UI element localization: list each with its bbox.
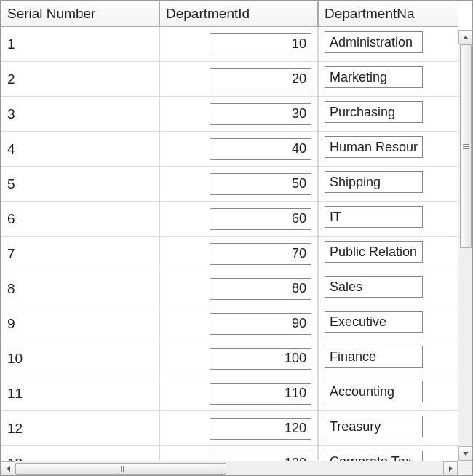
department-name-field[interactable]: IT: [325, 206, 423, 228]
cell-deptname: Human Resour: [318, 132, 458, 167]
horizontal-scroll-track[interactable]: [15, 461, 443, 475]
department-id-field[interactable]: [210, 348, 311, 370]
cell-deptname: Treasury: [318, 411, 458, 446]
cell-serial: 4: [1, 132, 159, 167]
serial-value: 5: [7, 176, 15, 191]
cell-deptname: Purchasing: [318, 97, 458, 132]
horizontal-scroll-thumb[interactable]: [15, 463, 226, 475]
cell-deptname: Marketing: [318, 62, 458, 97]
cell-deptid: [159, 341, 318, 376]
cell-deptname: Accounting: [318, 376, 458, 411]
table-row: 13Corporate Tax: [1, 446, 458, 461]
cell-deptname: Executive: [318, 306, 458, 341]
cell-deptid: [159, 411, 318, 446]
department-id-field[interactable]: [210, 243, 311, 265]
department-name-field[interactable]: Corporate Tax: [325, 451, 423, 461]
table-row: 8Sales: [1, 271, 458, 306]
scroll-down-button[interactable]: [458, 446, 472, 461]
cell-deptid: [159, 97, 318, 132]
department-name-field[interactable]: Human Resour: [325, 136, 423, 158]
department-id-field[interactable]: [210, 313, 311, 335]
cell-deptid: [159, 202, 318, 237]
cell-serial: 13: [1, 446, 159, 461]
department-name-field[interactable]: Shipping: [325, 171, 423, 193]
cell-serial: 10: [1, 341, 159, 376]
cell-deptname: Finance: [318, 341, 458, 376]
department-name-field[interactable]: Marketing: [325, 66, 423, 88]
department-name-field[interactable]: Sales: [325, 276, 423, 298]
grid-viewport: Serial Number DepartmentId DepartmentNa …: [1, 1, 458, 461]
serial-value: 3: [7, 106, 15, 122]
horizontal-scrollbar[interactable]: [1, 461, 458, 475]
serial-value: 7: [7, 246, 15, 261]
scroll-right-button[interactable]: [443, 461, 458, 475]
grip-icon: [463, 144, 469, 149]
chevron-down-icon: [463, 452, 469, 456]
department-id-field[interactable]: [210, 103, 311, 125]
table-row: 5Shipping: [1, 167, 458, 202]
cell-serial: 9: [1, 306, 159, 341]
department-name-field[interactable]: Executive: [325, 311, 423, 333]
table-row: 11Accounting: [1, 376, 458, 411]
department-name-field[interactable]: Public Relation: [325, 241, 423, 263]
cell-serial: 6: [1, 202, 159, 237]
department-id-field[interactable]: [210, 208, 311, 230]
serial-value: 12: [7, 421, 23, 436]
table-row: 10Finance: [1, 341, 458, 376]
serial-value: 8: [7, 281, 15, 296]
data-grid: Serial Number DepartmentId DepartmentNa …: [0, 0, 473, 476]
serial-value: 1: [7, 36, 15, 52]
grip-icon: [119, 466, 124, 472]
serial-value: 9: [7, 316, 15, 331]
department-name-field[interactable]: Purchasing: [325, 101, 423, 123]
scroll-up-button[interactable]: [458, 30, 472, 44]
vertical-scrollbar[interactable]: [458, 30, 472, 461]
cell-deptname: Public Relation: [318, 237, 458, 271]
cell-deptid: [159, 446, 318, 461]
header-row: Serial Number DepartmentId DepartmentNa: [1, 1, 458, 27]
department-id-field[interactable]: [210, 33, 311, 55]
vertical-scroll-thumb[interactable]: [460, 44, 472, 248]
department-id-field[interactable]: [210, 383, 311, 405]
column-header-serial[interactable]: Serial Number: [1, 1, 159, 27]
department-name-field[interactable]: Finance: [325, 346, 423, 368]
chevron-up-icon: [463, 36, 469, 39]
cell-serial: 7: [1, 237, 159, 271]
serial-value: 11: [7, 386, 23, 401]
cell-deptname: Sales: [318, 271, 458, 306]
cell-serial: 3: [1, 97, 159, 132]
cell-deptid: [159, 62, 318, 97]
cell-deptid: [159, 132, 318, 167]
department-name-field[interactable]: Accounting: [325, 381, 423, 402]
department-id-field[interactable]: [210, 138, 311, 160]
cell-serial: 11: [1, 376, 159, 411]
cell-deptid: [159, 271, 318, 306]
department-id-field[interactable]: [210, 278, 311, 300]
cell-serial: 1: [1, 27, 159, 62]
chevron-right-icon: [449, 466, 453, 472]
cell-serial: 8: [1, 271, 159, 306]
cell-deptname: Corporate Tax: [318, 446, 458, 461]
table-row: 12Treasury: [1, 411, 458, 446]
cell-deptid: [159, 27, 318, 62]
department-id-field[interactable]: [210, 68, 311, 90]
department-id-field[interactable]: [210, 418, 311, 440]
serial-value: 10: [7, 351, 23, 366]
department-name-field[interactable]: Treasury: [325, 416, 423, 437]
chevron-left-icon: [7, 466, 10, 472]
department-name-field[interactable]: Administration: [325, 31, 423, 53]
cell-serial: 5: [1, 167, 159, 202]
grid-table: Serial Number DepartmentId DepartmentNa …: [1, 1, 458, 461]
table-row: 1Administration: [1, 27, 458, 62]
scroll-left-button[interactable]: [1, 461, 15, 475]
table-row: 2Marketing: [1, 62, 458, 97]
department-id-field[interactable]: [210, 173, 311, 195]
cell-deptid: [159, 167, 318, 202]
cell-serial: 2: [1, 62, 159, 97]
column-header-deptname[interactable]: DepartmentNa: [318, 1, 458, 27]
scrollbar-corner: [458, 461, 472, 475]
vertical-scroll-track[interactable]: [458, 44, 472, 446]
department-id-field[interactable]: [210, 453, 311, 461]
column-header-deptid[interactable]: DepartmentId: [159, 1, 318, 27]
cell-deptid: [159, 237, 318, 271]
